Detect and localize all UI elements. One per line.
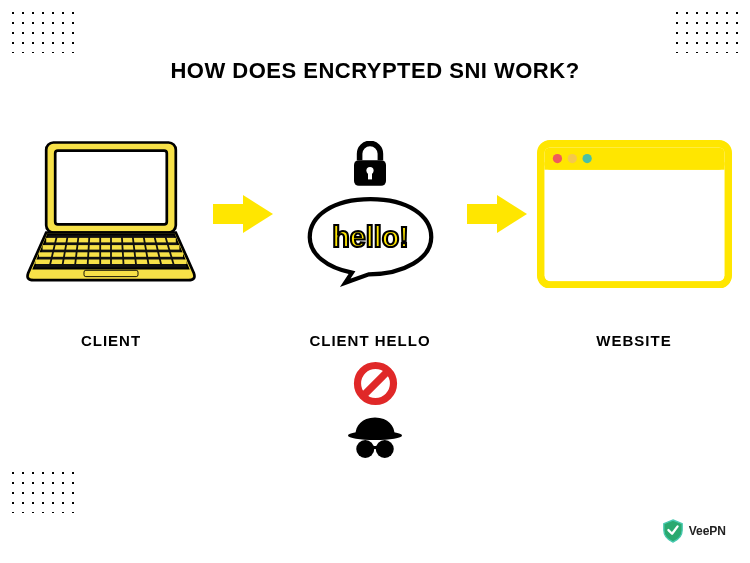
arrow-icon [467,195,527,233]
decorative-dots-bottom-left [8,468,78,513]
client-label: CLIENT [16,332,206,349]
arrow-icon [213,195,273,233]
diagram-row: hello! [0,114,750,314]
lock-icon [350,141,390,189]
brand-badge: VeePN [662,519,726,543]
client-hello-cell: hello! [280,141,460,288]
svg-rect-17 [84,270,138,276]
website-cell [534,140,734,289]
shield-icon [662,519,684,543]
decorative-dots-top-left [8,8,78,53]
svg-point-28 [582,154,591,163]
speech-bubble-icon: hello! [303,195,438,288]
spy-icon [345,416,405,461]
brand-text: VeePN [689,524,726,538]
labels-row: CLIENT CLIENT HELLO WEBSITE [0,332,750,349]
svg-rect-1 [55,150,167,224]
client-hello-label: CLIENT HELLO [280,332,460,349]
svg-rect-35 [372,446,378,449]
svg-point-27 [567,154,576,163]
client-cell [16,138,206,291]
diagram-title: HOW DOES ENCRYPTED SNI WORK? [0,58,750,84]
svg-point-34 [376,440,394,458]
svg-point-33 [356,440,374,458]
prohibited-icon [353,361,398,406]
website-label: WEBSITE [534,332,734,349]
laptop-icon [21,138,201,291]
decorative-dots-top-right [672,8,742,53]
svg-line-31 [362,371,387,396]
svg-point-26 [552,154,561,163]
svg-rect-20 [368,171,372,179]
svg-rect-25 [544,162,724,169]
browser-window-icon [537,140,732,289]
bubble-text: hello! [332,221,408,253]
eavesdropper-blocked [0,361,750,461]
svg-point-32 [348,431,402,440]
